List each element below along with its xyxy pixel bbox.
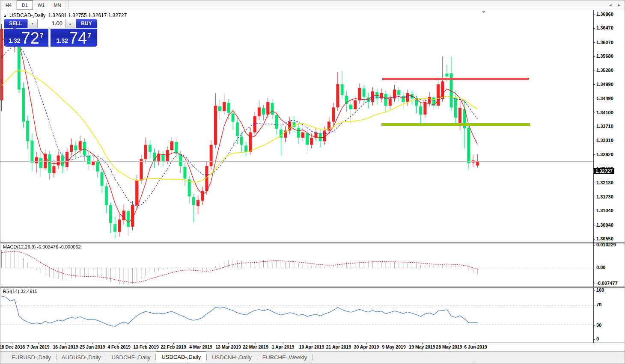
price-axis-label: 1.31730: [596, 194, 613, 199]
date-axis-label: 28 May 2019: [436, 344, 462, 349]
chevron-down-icon: ▼: [31, 22, 34, 25]
tab-eurusddaily[interactable]: EURUSD-,Daily: [6, 353, 56, 362]
chart-title: ▲ USDCAD-,Daily 1.32681 1.32755 1.32617 …: [3, 12, 127, 18]
price-axis-label: 1.31340: [596, 208, 613, 213]
price-axis-tick: [593, 84, 595, 85]
status-bar: [0, 362, 625, 364]
panel-separator: [0, 243, 625, 243]
date-axis-label: 16 Jan 2019: [53, 344, 78, 349]
date-axis-label: 9 May 2019: [382, 344, 405, 349]
timeframe-toolbar: H4D1W1MN: [0, 0, 625, 10]
price-axis-label: 1.36860: [596, 12, 613, 17]
rsi-axis-label: 30: [596, 323, 601, 328]
status-bar-separator: [188, 362, 188, 364]
tab-usdcaddaily[interactable]: USDCAD-,Daily: [156, 351, 206, 362]
macd-axis-label-tick: [593, 284, 595, 284]
date-axis-label: 30 Apr 2019: [354, 344, 379, 349]
date-axis-label: 21 Apr 2019: [326, 344, 351, 349]
panel-separator: [0, 242, 625, 243]
chart-region: ▲ USDCAD-,Daily 1.32681 1.32755 1.32617 …: [0, 10, 625, 351]
price-axis-label: 1.32920: [596, 152, 613, 157]
volume-input[interactable]: 1.00: [38, 19, 65, 28]
date-axis-label: 7 Jan 2019: [27, 344, 49, 349]
rsi-axis-label-tick: [593, 290, 595, 291]
price-axis-tick: [593, 141, 595, 141]
price-axis-tick: [593, 211, 595, 211]
rsi-axis-label: 100: [596, 287, 604, 293]
tab-scroll-left-icon[interactable]: ◄: [608, 3, 612, 7]
date-axis-label: 13 Feb 2019: [133, 344, 159, 349]
macd-axis-label-tick: [593, 268, 595, 268]
timeframe-button-h4[interactable]: H4: [0, 0, 17, 10]
tab-separator: [312, 354, 312, 360]
price-axis-tick: [593, 197, 595, 197]
rsi-axis-label-tick: [593, 305, 595, 305]
buy-price-button[interactable]: 1.32 74 7: [51, 29, 97, 47]
chart-shift-marker-icon: [482, 11, 486, 13]
rsi-axis-label: 70: [596, 302, 601, 307]
macd-axis-label: -0.007477: [596, 281, 618, 286]
macd-indicator-label: MACD(12,26,9) -0.003476 -0.000062: [3, 244, 81, 249]
macd-axis-label-tick: [593, 245, 595, 246]
timeframe-button-w1[interactable]: W1: [33, 0, 49, 10]
price-axis-label: 1.36070: [596, 40, 613, 45]
date-axis-label: 19 May 2019: [409, 344, 435, 349]
chart-symbol-label: USDCAD-,Daily: [9, 12, 46, 18]
rsi-indicator-label: RSI(14) 32.4915: [3, 289, 38, 294]
panel-separator: [0, 287, 625, 288]
timeframe-button-d1[interactable]: D1: [17, 0, 33, 10]
date-axis-label: 22 Feb 2019: [161, 344, 186, 349]
volume-increase-button[interactable]: ▲: [65, 19, 75, 28]
macd-axis-label: 0.00: [596, 265, 605, 270]
price-axis-label: 1.34890: [596, 82, 613, 87]
price-axis-label: 1.34490: [596, 96, 613, 101]
chart-canvas[interactable]: [0, 10, 593, 343]
tab-audusddaily[interactable]: AUDUSD-,Daily: [57, 353, 106, 362]
price-axis-label: 1.32130: [596, 180, 613, 185]
price-axis-tick: [593, 112, 595, 113]
timeframe-button-mn[interactable]: MN: [49, 0, 65, 10]
support-trendline[interactable]: [381, 123, 530, 126]
date-axis-label: 25 Jan 2019: [80, 344, 105, 349]
panel-separator: [0, 287, 625, 287]
resistance-trendline[interactable]: [382, 78, 529, 80]
tab-eurchfweekly[interactable]: EURCHF-,Weekly: [257, 353, 312, 362]
price-axis-label: 1.35280: [596, 68, 613, 73]
rsi-axis-label: 0: [596, 336, 599, 341]
status-bar-separator: [473, 362, 473, 364]
buy-button[interactable]: BUY: [76, 19, 97, 28]
date-axis[interactable]: 28 Dec 20187 Jan 201916 Jan 201925 Jan 2…: [0, 343, 625, 352]
price-axis-label: 1.36470: [596, 25, 613, 30]
volume-decrease-button[interactable]: ▼: [27, 19, 38, 28]
price-axis[interactable]: 1.368601.364701.360701.356801.352801.348…: [593, 10, 625, 343]
sell-button[interactable]: SELL: [4, 19, 27, 28]
tab-nav-arrows: ◄ ►: [608, 3, 621, 7]
sell-pipette: 7: [40, 32, 44, 40]
price-axis-tick: [593, 225, 595, 225]
collapse-arrow-icon[interactable]: ▲: [3, 14, 7, 18]
date-axis-label: 6 Jun 2019: [464, 344, 487, 349]
tab-usdchfdaily[interactable]: USDCHF-,Daily: [106, 353, 155, 362]
chevron-up-icon: ▲: [69, 22, 72, 25]
price-axis-tick: [593, 15, 595, 15]
price-axis-label: 1.33310: [596, 138, 613, 143]
buy-big-figure: 1.32: [57, 37, 68, 44]
sell-pips: 72: [21, 31, 39, 45]
date-axis-label: 13 Mar 2019: [215, 344, 241, 349]
sell-big-figure: 1.32: [9, 37, 20, 44]
date-axis-label: 4 Mar 2019: [189, 344, 212, 349]
rsi-axis-label-tick: [593, 326, 595, 326]
price-axis-label: 1.35680: [596, 53, 613, 59]
toolbar-separator: [68, 1, 68, 9]
price-axis-tick: [593, 154, 595, 155]
price-axis-tick: [593, 183, 595, 183]
sell-price-button[interactable]: 1.32 72 7: [4, 29, 48, 47]
date-axis-label: 22 Mar 2019: [243, 344, 268, 349]
tab-scroll-right-icon[interactable]: ►: [617, 3, 621, 7]
tab-usdcnhdaily[interactable]: USDCNH-,Daily: [207, 353, 256, 362]
price-axis-tick: [593, 239, 595, 240]
price-axis-tick: [593, 28, 595, 29]
trading-terminal-window: H4D1W1MN ▲ USDCAD-,Daily 1.32681 1.32755…: [0, 0, 625, 364]
price-axis-label: 1.34100: [596, 110, 613, 115]
rsi-axis-label-tick: [593, 339, 595, 340]
